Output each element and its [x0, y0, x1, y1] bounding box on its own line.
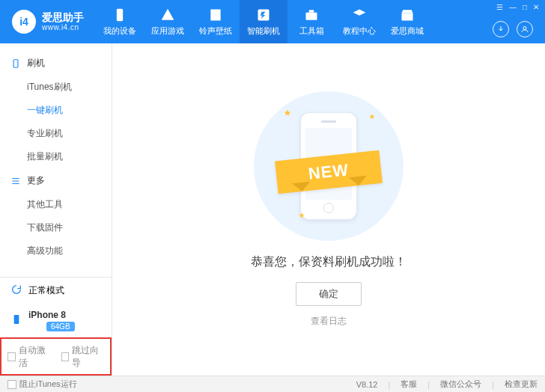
top-nav: 我的设备 应用游戏 铃声壁纸 智能刷机 工具箱: [96, 0, 431, 43]
skip-guide-checkbox[interactable]: 跳过向导: [61, 344, 105, 370]
wallpaper-icon: [208, 7, 223, 22]
toolbox-icon: [304, 7, 319, 22]
sidebar-item-pro-flash[interactable]: 专业刷机: [0, 122, 112, 145]
more-icon: [10, 176, 21, 186]
ok-button[interactable]: 确定: [296, 282, 362, 306]
sidebar: 刷机 iTunes刷机 一键刷机 专业刷机 批量刷机 更多 其他工具 下载固件 …: [0, 43, 112, 376]
phone-icon: [10, 313, 22, 328]
download-button[interactable]: [493, 21, 509, 37]
svg-rect-0: [117, 8, 123, 21]
brand-sub: www.i4.cn: [42, 23, 84, 31]
nav-label: 教程中心: [343, 25, 376, 37]
svg-rect-8: [14, 315, 19, 324]
sidebar-item-download-firmware[interactable]: 下载固件: [0, 216, 112, 239]
sidebar-item-other-tools[interactable]: 其他工具: [0, 193, 112, 216]
separator: |: [388, 380, 390, 389]
checkbox-icon: [7, 352, 16, 361]
sidebar-group-more[interactable]: 更多: [0, 168, 112, 193]
version-label: V8.12: [356, 380, 378, 389]
brand-logo: i4: [12, 10, 36, 34]
svg-rect-5: [402, 13, 413, 20]
block-itunes-checkbox[interactable]: 阻止iTunes运行: [7, 379, 77, 390]
success-message: 恭喜您，保资料刷机成功啦！: [251, 254, 407, 270]
svg-rect-7: [13, 59, 18, 67]
group-label: 更多: [27, 174, 45, 187]
svg-rect-3: [306, 12, 317, 19]
sidebar-item-itunes-flash[interactable]: iTunes刷机: [0, 76, 112, 99]
mode-row[interactable]: 正常模式: [0, 278, 112, 304]
refresh-icon: [10, 284, 22, 298]
star-icon: [369, 114, 375, 120]
nav-label: 工具箱: [299, 25, 324, 37]
checkbox-icon: [7, 380, 16, 389]
mode-label: 正常模式: [28, 284, 64, 297]
nav-ringtone-wallpaper[interactable]: 铃声壁纸: [192, 0, 240, 43]
group-label: 刷机: [27, 57, 45, 70]
status-bar: 阻止iTunes运行 V8.12 | 客服 | 微信公众号 | 检查更新: [0, 376, 545, 392]
brand: i4 爱思助手 www.i4.cn: [0, 0, 96, 43]
phone-icon: [10, 58, 21, 69]
svg-rect-1: [210, 9, 220, 20]
storage-badge: 64GB: [46, 322, 75, 331]
footer-link-support[interactable]: 客服: [401, 379, 417, 390]
nav-apps-games[interactable]: 应用游戏: [144, 0, 192, 43]
device-icon: [112, 7, 127, 22]
checkbox-label: 阻止iTunes运行: [19, 379, 77, 390]
nav-store[interactable]: 爱思商城: [383, 0, 431, 43]
nav-label: 应用游戏: [151, 25, 184, 37]
checkbox-label: 自动激活: [19, 344, 51, 370]
brand-title: 爱思助手: [42, 12, 84, 23]
close-button[interactable]: ✕: [533, 3, 539, 11]
separator: |: [492, 380, 494, 389]
apps-icon: [160, 7, 175, 22]
header-actions: [493, 21, 533, 37]
sidebar-item-oneclick-flash[interactable]: 一键刷机: [0, 99, 112, 122]
user-button[interactable]: [517, 21, 533, 37]
tutorial-icon: [352, 7, 367, 22]
new-ribbon: NEW: [275, 150, 383, 194]
nav-label: 铃声壁纸: [199, 25, 232, 37]
svg-rect-4: [309, 10, 314, 12]
svg-point-6: [523, 27, 526, 30]
flash-icon: [256, 7, 271, 22]
footer-link-wechat[interactable]: 微信公众号: [440, 379, 481, 390]
footer-link-update[interactable]: 检查更新: [505, 379, 538, 390]
options-row: 自动激活 跳过向导: [0, 337, 112, 376]
nav-label: 爱思商城: [391, 25, 424, 37]
window-controls: ☰ — □ ✕: [496, 3, 539, 11]
view-log-link[interactable]: 查看日志: [251, 315, 407, 328]
app-header: i4 爱思助手 www.i4.cn 我的设备 应用游戏 铃声壁纸: [0, 0, 545, 43]
sidebar-group-flash[interactable]: 刷机: [0, 51, 112, 76]
result-panel: NEW 恭喜您，保资料刷机成功啦！ 确定 查看日志: [251, 91, 407, 328]
nav-label: 我的设备: [103, 25, 136, 37]
nav-tutorials[interactable]: 教程中心: [335, 0, 383, 43]
nav-label: 智能刷机: [247, 25, 280, 37]
minimize-button[interactable]: —: [509, 3, 517, 11]
success-illustration: NEW: [254, 91, 404, 241]
store-icon: [400, 7, 415, 22]
checkbox-icon: [61, 352, 70, 361]
nav-my-device[interactable]: 我的设备: [96, 0, 144, 43]
main-pane: NEW 恭喜您，保资料刷机成功啦！ 确定 查看日志: [112, 43, 545, 376]
star-icon: [284, 109, 291, 117]
maximize-button[interactable]: □: [523, 3, 527, 11]
tray-menu-icon[interactable]: ☰: [496, 3, 503, 11]
auto-activate-checkbox[interactable]: 自动激活: [7, 344, 51, 370]
nav-smart-flash[interactable]: 智能刷机: [240, 0, 287, 43]
sidebar-item-advanced[interactable]: 高级功能: [0, 239, 112, 263]
device-name: iPhone 8: [28, 310, 75, 320]
separator: |: [427, 380, 430, 389]
sidebar-item-batch-flash[interactable]: 批量刷机: [0, 145, 112, 168]
checkbox-label: 跳过向导: [72, 344, 104, 370]
device-row[interactable]: iPhone 8 64GB: [0, 304, 112, 337]
nav-toolbox[interactable]: 工具箱: [287, 0, 335, 43]
